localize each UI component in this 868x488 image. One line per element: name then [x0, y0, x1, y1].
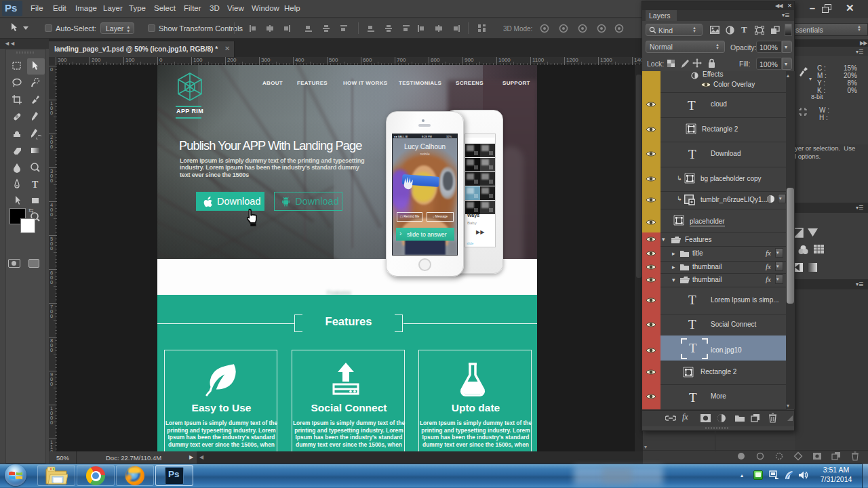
- svg-text:T: T: [32, 180, 39, 190]
